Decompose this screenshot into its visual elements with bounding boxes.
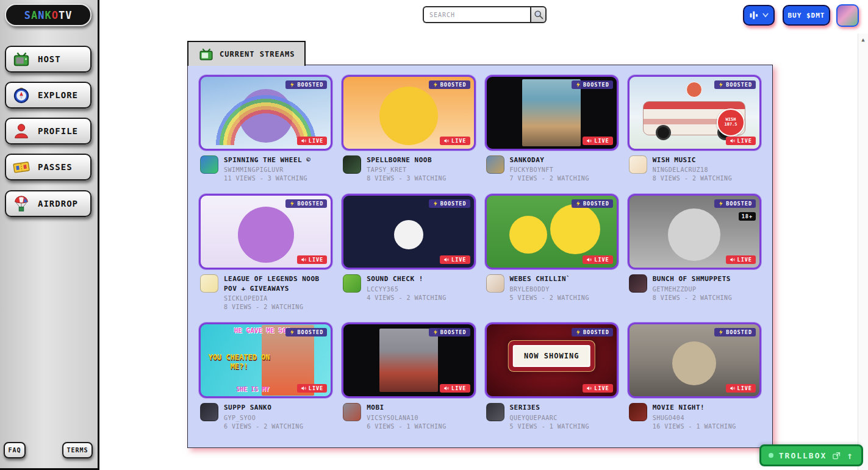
external-link-icon: [832, 451, 841, 460]
stream-card[interactable]: BOOSTED LIVE WEBES CHILLIN` BRYLEBODDY 5…: [485, 194, 619, 310]
search-bar: [423, 6, 547, 23]
streamer-avatar[interactable]: [486, 274, 504, 293]
streamer-avatar[interactable]: [629, 155, 647, 174]
logo[interactable]: SANKOTV: [5, 4, 91, 26]
stream-thumbnail[interactable]: BOOSTED LIVE: [485, 194, 619, 269]
stream-card[interactable]: BOOSTED LIVE WISH 107.5 WISH MUSIC NINGD…: [628, 75, 761, 182]
stream-title[interactable]: SPINNING THE WHEEL ©: [224, 155, 310, 165]
sidebar-item-label: HOST: [38, 54, 61, 64]
speaker-icon: [443, 385, 450, 391]
stream-info: SOUND CHECK ! LCCYY365 4 VIEWS - 2 WATCH…: [342, 274, 475, 301]
stream-card[interactable]: BOOSTED LIVE SOUND CHECK ! LCCYY365 4 VI…: [342, 194, 475, 310]
logo-text: SANKOTV: [24, 9, 73, 21]
thumbnail-text-top: HE GAVE ME 50K: [234, 327, 291, 335]
search-input[interactable]: [423, 6, 530, 23]
streamer-avatar[interactable]: [200, 274, 218, 293]
streamer-avatar[interactable]: [343, 274, 361, 293]
stream-thumbnail[interactable]: BOOSTED LIVE 18+: [628, 194, 761, 269]
stream-thumbnail[interactable]: BOOSTED LIVE: [199, 75, 332, 151]
streamer-username: QUEYQUEPAARC: [510, 415, 589, 421]
stream-info: SUPPP SANKO GYP_SYOO 6 VIEWS - 2 WATCHIN…: [199, 403, 332, 429]
search-button[interactable]: [530, 6, 547, 23]
streamer-avatar[interactable]: [629, 403, 647, 421]
stream-thumbnail[interactable]: BOOSTED LIVE WISH 107.5: [628, 75, 761, 151]
stream-thumbnail[interactable]: BOOSTED LIVE: [485, 75, 619, 151]
thumbnail-text-bottom: SHE IS MY: [236, 386, 269, 393]
streamer-avatar[interactable]: [486, 403, 504, 421]
scroll-up-arrow[interactable]: ▲: [858, 34, 868, 46]
stream-title[interactable]: SOUND CHECK !: [367, 274, 446, 283]
sidebar: SANKOTV HOST EXPLORE PROFILE: [0, 0, 99, 470]
faq-button[interactable]: FAQ: [4, 442, 26, 458]
stream-stats: 5 VIEWS - 2 WATCHING: [510, 294, 589, 301]
stream-title[interactable]: SERI3ES: [510, 403, 589, 412]
scrollbar[interactable]: ▲: [858, 34, 868, 470]
trollbox-label: TROLLBOX: [779, 451, 827, 460]
live-badge: LIVE: [440, 384, 470, 393]
live-badge: LIVE: [440, 137, 470, 145]
stream-thumbnail[interactable]: BOOSTED LIVE HE GAVE ME 50KYOU CHEATED O…: [199, 322, 332, 398]
boosted-badge: BOOSTED: [572, 328, 613, 336]
stream-card[interactable]: BOOSTED LIVE 18+ BUNCH OF SHMUPPETS GETM…: [628, 194, 761, 310]
boosted-badge: BOOSTED: [285, 199, 327, 208]
stream-card[interactable]: BOOSTED LIVE SPELLBORNE NOOB TAPSY_KRET …: [342, 75, 475, 182]
buy-dmt-label: BUY $DMT: [788, 12, 825, 20]
streamer-avatar[interactable]: [343, 155, 361, 174]
boosted-badge: BOOSTED: [714, 328, 756, 336]
speaker-icon: [443, 138, 450, 144]
stream-meta: WEBES CHILLIN` BRYLEBODDY 5 VIEWS - 2 WA…: [510, 274, 589, 301]
stream-card[interactable]: BOOSTED LIVE LEAGUE OF LEGENDS NOOB POV …: [199, 194, 332, 310]
speaker-icon: [586, 385, 592, 391]
stream-thumbnail[interactable]: BOOSTED LIVE: [342, 75, 475, 151]
token-menu-button[interactable]: [743, 5, 775, 26]
sidebar-item-passes[interactable]: PASSES: [5, 154, 91, 180]
tab-current-streams[interactable]: CURRENT STREAMS: [187, 41, 306, 66]
user-avatar[interactable]: [836, 4, 859, 27]
stream-card[interactable]: BOOSTED LIVE MOBI VICSYSOLANA10 6 VIEWS …: [342, 322, 475, 429]
stream-title[interactable]: SUPPP SANKO: [224, 403, 303, 412]
tv-icon: [12, 50, 30, 68]
streamer-avatar[interactable]: [343, 403, 361, 421]
terms-button[interactable]: TERMS: [62, 442, 93, 458]
streamer-avatar[interactable]: [200, 403, 218, 421]
stream-title[interactable]: SPELLBORNE NOOB: [367, 155, 446, 165]
boosted-badge: BOOSTED: [429, 328, 470, 336]
live-label: LIVE: [737, 138, 752, 144]
stream-card[interactable]: BOOSTED LIVE HE GAVE ME 50KYOU CHEATED O…: [199, 322, 332, 429]
stream-title[interactable]: MOVIE NIGHT!: [653, 403, 736, 412]
live-label: LIVE: [594, 257, 609, 263]
stream-thumbnail[interactable]: BOOSTED LIVE NOW SHOWING: [485, 322, 619, 398]
stream-title[interactable]: LEAGUE OF LEGENDS NOOB POV + GIVEAWAYS: [224, 274, 331, 293]
live-badge: LIVE: [583, 384, 612, 393]
stream-title[interactable]: MOBI: [367, 403, 446, 412]
stream-thumbnail[interactable]: BOOSTED LIVE: [199, 194, 332, 269]
stream-card[interactable]: BOOSTED LIVE MOVIE NIGHT! SHUGO404 16 VI…: [628, 322, 761, 429]
streamer-avatar[interactable]: [200, 155, 218, 174]
streamer-username: BRYLEBODDY: [510, 286, 589, 293]
stream-thumbnail[interactable]: BOOSTED LIVE: [342, 194, 475, 269]
search-icon: [533, 9, 544, 20]
trollbox-button[interactable]: TROLLBOX ↑: [759, 444, 863, 466]
streamer-avatar[interactable]: [629, 274, 647, 293]
sidebar-item-host[interactable]: HOST: [5, 46, 91, 73]
stream-card[interactable]: BOOSTED LIVE NOW SHOWING SERI3ES QUEYQUE…: [485, 322, 619, 429]
streamer-avatar[interactable]: [486, 155, 504, 174]
stream-card[interactable]: BOOSTED LIVE SANKODAY FUCKYBOYNFT 7 VIEW…: [485, 75, 619, 182]
stream-title[interactable]: SANKODAY: [510, 155, 589, 165]
stream-thumbnail[interactable]: BOOSTED LIVE: [342, 322, 475, 398]
sidebar-item-explore[interactable]: EXPLORE: [5, 82, 91, 109]
sidebar-item-airdrop[interactable]: AIRDROP: [5, 190, 91, 217]
stream-thumbnail[interactable]: BOOSTED LIVE: [628, 322, 761, 398]
stream-title[interactable]: BUNCH OF SHMUPPETS: [653, 274, 732, 283]
streamer-username: VICSYSOLANA10: [367, 415, 446, 421]
stream-title[interactable]: WEBES CHILLIN`: [510, 274, 589, 283]
stream-info: MOBI VICSYSOLANA10 6 VIEWS - 1 WATCHING: [342, 403, 475, 429]
sidebar-item-profile[interactable]: PROFILE: [5, 118, 91, 144]
stream-card[interactable]: BOOSTED LIVE SPINNING THE WHEEL © SWIMMI…: [199, 75, 332, 182]
stream-info: WEBES CHILLIN` BRYLEBODDY 5 VIEWS - 2 WA…: [485, 274, 619, 301]
buy-dmt-button[interactable]: BUY $DMT: [783, 5, 830, 26]
stream-title[interactable]: WISH MUSIC: [653, 155, 732, 165]
stream-meta: MOBI VICSYSOLANA10 6 VIEWS - 1 WATCHING: [367, 403, 446, 429]
person-icon: [12, 122, 30, 140]
stream-info: SPINNING THE WHEEL © SWIMMINGPIGLUVR 11 …: [199, 155, 332, 182]
